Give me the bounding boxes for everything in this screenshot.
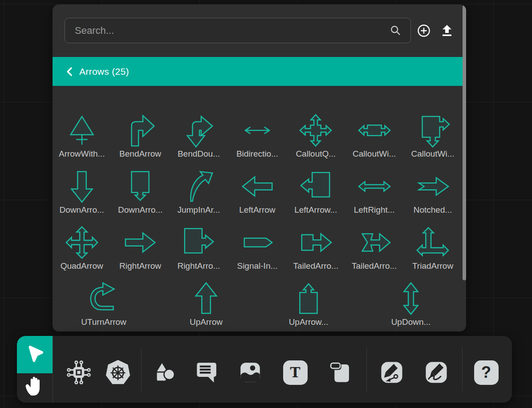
back-button[interactable] [65,67,75,77]
shape-label: UpDown... [391,316,431,328]
hand-icon [23,374,47,398]
shape-label: ArrowWith... [59,148,105,160]
shape-label: DownArro... [118,204,162,216]
shape-tile-up-down-arrow[interactable]: UpDown... [360,272,462,328]
connector-pen-tool-button[interactable] [378,358,406,387]
panel-scrollbar[interactable] [463,5,466,280]
add-circle-icon [417,24,431,38]
tailed-arrow-icon [298,225,333,260]
note-tool-button[interactable] [326,358,354,387]
shape-tile-tailed-arrow[interactable]: TailedArro... [287,216,345,272]
shape-label: RightArrow [119,260,161,272]
shape-tile-up-arrow-callout[interactable]: UpArrow... [257,272,360,328]
shape-tile-left-arrow-callout[interactable]: LeftArrow... [287,160,345,216]
shape-label: Notched... [414,204,452,216]
shape-label: CalloutWi... [411,148,454,160]
shape-tile-callout-down-right-arrow[interactable]: CalloutWi... [403,104,462,160]
notched-right-arrow-icon [415,169,450,204]
kubernetes-tool-button[interactable] [104,358,132,387]
shape-label: JumpInAr... [177,204,220,216]
image-tool-button[interactable] [236,358,264,387]
help-button[interactable]: ? [472,358,500,387]
shape-tile-triad-arrow[interactable]: TriadArrow [403,216,462,272]
shape-row: ArrowWith...BendArrowBendDou...Bidirecti… [53,104,462,160]
shape-label: QuadArrow [61,260,103,272]
down-arrow-icon [65,169,99,204]
toolbar-divider [462,347,463,391]
add-shape-button[interactable] [417,24,431,38]
shape-label: DownArro... [60,204,104,216]
shape-tile-tailed-arrow-2[interactable]: TailedArro... [345,216,403,272]
text-tool-button[interactable]: T [281,358,309,387]
shape-tile-down-arrow[interactable]: DownArro... [53,160,111,216]
callout-quad-arrow-icon [298,113,333,148]
shapes-tool-button[interactable] [151,358,180,387]
jump-in-arrow-icon [181,169,216,204]
callout-left-right-arrow-icon [357,113,392,148]
signal-in-icon [240,225,275,260]
quad-arrow-icon [65,225,99,260]
shape-tile-u-turn-arrow[interactable]: UTurnArrow [53,272,155,328]
shape-tile-signal-in[interactable]: Signal-In... [228,216,286,272]
shape-tile-up-arrow[interactable]: UpArrow [155,272,257,328]
pan-tool-button[interactable] [17,373,53,403]
bottom-toolbar: T ? [17,336,512,403]
shape-tile-callout-left-right-arrow[interactable]: CalloutWi... [345,104,403,160]
shape-row: UTurnArrowUpArrowUpArrow...UpDown... [53,272,462,328]
arrow-with-stem-icon [65,113,99,148]
shape-label: TailedArro... [293,260,338,272]
kubernetes-icon [104,359,132,386]
up-arrow-callout-icon [291,281,326,316]
up-arrow-icon [189,281,223,316]
shape-label: UpArrow [190,316,223,328]
shape-tile-arrow-with-stem[interactable]: ArrowWith... [53,104,111,160]
shape-label: LeftRight... [354,204,395,216]
toolbar-divider [366,347,367,391]
connector-pen-icon [379,360,405,385]
u-turn-arrow-icon [86,281,121,316]
shape-label: BendDou... [178,148,220,160]
shape-label: CalloutQ... [296,148,336,160]
shape-tile-right-arrow[interactable]: RightArrow [111,216,169,272]
shape-tile-left-arrow[interactable]: LeftArrow [228,160,286,216]
shape-label: Signal-In... [237,260,277,272]
left-right-arrow-icon [357,169,392,204]
shape-tile-bend-double-arrow[interactable]: BendDou... [170,104,228,160]
infrastructure-tool-button[interactable] [65,358,93,387]
upload-icon [440,24,454,38]
shape-tile-callout-quad-arrow[interactable]: CalloutQ... [287,104,345,160]
panel-search-row [53,4,466,57]
left-arrow-callout-icon [298,169,333,204]
shape-label: UpArrow... [289,316,329,328]
shape-tile-down-arrow-callout[interactable]: DownArro... [111,160,169,216]
upload-shape-button[interactable] [440,24,454,38]
chevron-left-icon [65,67,75,77]
infrastructure-icon [65,359,92,386]
comment-icon [194,360,220,385]
shape-tile-left-right-arrow[interactable]: LeftRight... [345,160,403,216]
category-title: Arrows (25) [79,66,129,77]
freehand-pen-icon [423,360,449,385]
shape-tile-bidirectional-arrow[interactable]: Bidirectio... [228,104,286,160]
select-tool-button[interactable] [17,336,53,373]
search-input[interactable] [65,18,411,43]
shape-label: BendArrow [119,148,161,160]
bend-double-arrow-icon [181,113,216,148]
note-icon [327,360,353,385]
shape-tile-bend-arrow[interactable]: BendArrow [111,104,169,160]
shape-label: CalloutWi... [353,148,396,160]
right-arrow-icon [123,225,158,260]
toolbar-divider [53,336,53,403]
shape-tile-jump-in-arrow[interactable]: JumpInAr... [170,160,228,216]
shape-label: Bidirectio... [236,148,278,160]
down-arrow-callout-icon [123,169,158,204]
shape-tile-right-arrow-callout[interactable]: RightArro... [170,216,228,272]
shape-label: TriadArrow [412,260,453,272]
up-down-arrow-icon [394,281,428,316]
shape-tile-notched-right-arrow[interactable]: Notched... [403,160,462,216]
shape-tile-quad-arrow[interactable]: QuadArrow [53,216,111,272]
comment-tool-button[interactable] [193,358,221,387]
freehand-pen-tool-button[interactable] [422,358,451,387]
shape-label: UTurnArrow [81,316,126,328]
tailed-arrow-2-icon [357,225,392,260]
